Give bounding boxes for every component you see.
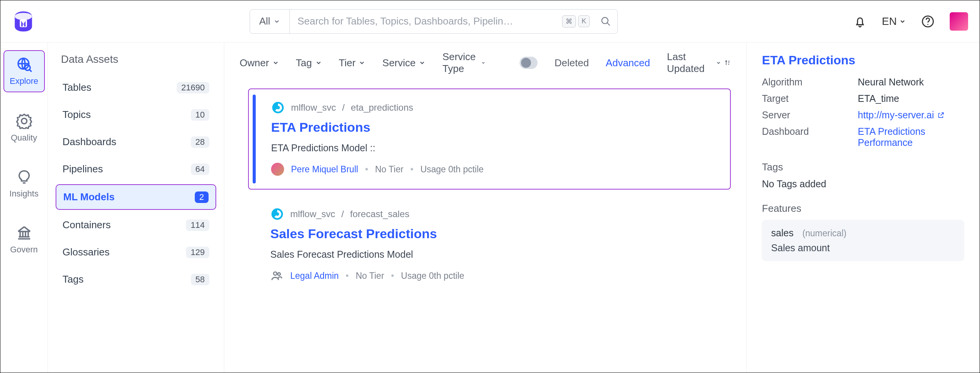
asset-row-tags[interactable]: Tags58: [56, 267, 216, 291]
sort-az-icon: [724, 59, 731, 67]
detail-row: Serverhttp://my-server.ai: [762, 110, 964, 121]
asset-label: Topics: [62, 109, 91, 121]
search-icon[interactable]: [600, 16, 611, 27]
help-icon[interactable]: [921, 15, 934, 28]
govern-icon: [16, 225, 32, 241]
feature-type: (numerical): [802, 228, 847, 238]
kbd-k: K: [578, 15, 590, 27]
svg-rect-1: [20, 19, 27, 27]
filter-service-type[interactable]: Service Type: [442, 51, 486, 75]
chevron-down-icon: [716, 59, 721, 66]
search-bar: All ⌘ K: [250, 9, 618, 34]
tags-empty: No Tags added: [762, 178, 964, 190]
rail-item-govern[interactable]: Govern: [3, 219, 45, 260]
filter-owner[interactable]: Owner: [240, 51, 279, 75]
rail-item-insights[interactable]: Insights: [3, 164, 45, 204]
feature-name: sales: [771, 227, 793, 238]
bell-icon[interactable]: [853, 15, 867, 28]
filter-label: Service Type: [442, 51, 478, 75]
owner-link[interactable]: Legal Admin: [290, 271, 339, 281]
chevron-down-icon: [481, 59, 485, 66]
asset-path: forecast_sales: [350, 209, 409, 219]
rail-label: Quality: [11, 133, 37, 143]
detail-key: Server: [762, 110, 858, 121]
detail-key: Algorithm: [762, 77, 858, 88]
asset-path: eta_predictions: [351, 102, 413, 113]
asset-row-glossaries[interactable]: Glossaries129: [56, 240, 216, 264]
asset-count: 58: [191, 274, 209, 285]
external-link-icon: [937, 111, 945, 119]
asset-sidebar-title: Data Assets: [56, 53, 216, 65]
advanced-link[interactable]: Advanced: [606, 57, 650, 69]
chevron-down-icon: [315, 59, 322, 66]
result-card[interactable]: mlflow_svc/forecast_salesSales Forecast …: [240, 200, 731, 286]
kbd-cmd: ⌘: [562, 15, 576, 28]
result-title[interactable]: Sales Forecast Predictions: [270, 226, 718, 241]
filter-label: Tag: [296, 57, 312, 69]
filter-bar: OwnerTagTierServiceService Type Deleted …: [240, 51, 731, 75]
rail-label: Insights: [10, 189, 39, 199]
chevron-down-icon: [272, 59, 279, 66]
asset-count: 2: [195, 191, 209, 203]
rail-label: Explore: [10, 76, 38, 86]
service-name: mlflow_svc: [291, 102, 336, 113]
asset-label: Tables: [62, 82, 91, 93]
filter-service[interactable]: Service: [382, 51, 426, 75]
detail-link[interactable]: http://my-server.ai: [858, 110, 964, 121]
filter-tag[interactable]: Tag: [296, 51, 322, 75]
asset-row-topics[interactable]: Topics10: [56, 103, 216, 127]
svg-point-7: [21, 118, 27, 124]
tier-label: No Tier: [375, 164, 403, 175]
language-selector[interactable]: EN: [882, 15, 906, 28]
svg-point-0: [15, 13, 32, 20]
filter-tier[interactable]: Tier: [339, 51, 366, 75]
asset-row-pipelines[interactable]: Pipelines64: [56, 157, 216, 181]
asset-label: Dashboards: [62, 136, 116, 148]
asset-row-containers[interactable]: Containers114: [56, 213, 216, 237]
detail-row: AlgorithmNeural Network: [762, 77, 964, 88]
nav-rail: ExploreQualityInsightsGovern: [0, 43, 48, 373]
owner-link[interactable]: Pere Miquel Brull: [291, 164, 358, 175]
usage-label: Usage 0th pctile: [420, 164, 483, 175]
rail-label: Govern: [10, 245, 38, 255]
deleted-toggle[interactable]: [520, 57, 538, 69]
asset-row-ml-models[interactable]: ML Models2: [56, 184, 216, 210]
features-heading: Features: [762, 203, 964, 214]
chevron-down-icon: [419, 59, 426, 66]
tags-heading: Tags: [762, 161, 964, 173]
group-icon: [270, 269, 283, 282]
asset-count: 21690: [177, 82, 209, 93]
chevron-down-icon: [358, 59, 365, 66]
service-name: mlflow_svc: [290, 209, 335, 219]
result-desc: Sales Forecast Predictions Model: [270, 249, 718, 260]
detail-title[interactable]: ETA Predictions: [762, 53, 964, 67]
asset-row-tables[interactable]: Tables21690: [56, 75, 216, 100]
feature-desc: Sales amount: [771, 242, 955, 254]
search-input[interactable]: [290, 15, 562, 27]
asset-count: 114: [186, 219, 209, 231]
filter-label: Tier: [339, 57, 356, 69]
asset-label: Containers: [62, 219, 111, 231]
asset-label: Pipelines: [62, 163, 103, 175]
mlflow-icon: [271, 101, 285, 115]
detail-row: TargetETA_time: [762, 93, 964, 104]
detail-link[interactable]: ETA Predictions Performance: [858, 126, 964, 148]
detail-value: ETA_time: [858, 93, 964, 104]
asset-count: 129: [186, 247, 209, 258]
result-card[interactable]: mlflow_svc/eta_predictionsETA Prediction…: [248, 88, 731, 190]
chevron-down-icon: [899, 18, 906, 25]
feature-card[interactable]: sales (numerical) Sales amount: [762, 220, 964, 261]
search-scope-dropdown[interactable]: All: [250, 10, 290, 33]
result-title[interactable]: ETA Predictions: [271, 120, 717, 135]
asset-sidebar: Data Assets Tables21690Topics10Dashboard…: [48, 43, 224, 373]
rail-item-quality[interactable]: Quality: [3, 108, 45, 148]
app-logo: [12, 10, 35, 33]
result-desc: ETA Predictions Model ::: [271, 142, 717, 154]
asset-count: 28: [191, 136, 209, 148]
user-avatar[interactable]: [950, 12, 968, 31]
topbar-right: EN: [853, 12, 968, 31]
rail-item-explore[interactable]: Explore: [3, 50, 45, 92]
asset-row-dashboards[interactable]: Dashboards28: [56, 130, 216, 154]
usage-label: Usage 0th pctile: [401, 271, 464, 281]
sort-dropdown[interactable]: Last Updated: [667, 51, 731, 75]
